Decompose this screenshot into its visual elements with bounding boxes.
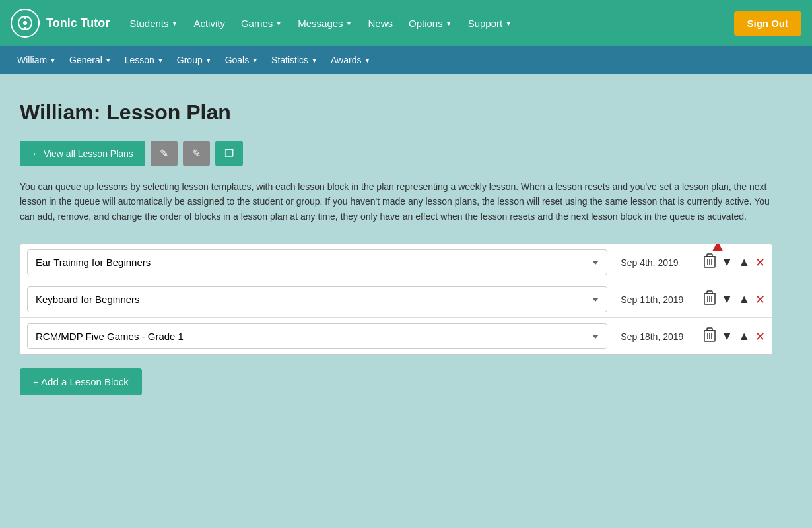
lesson-rows-container: Ear Training for Beginners Keyboard for … <box>20 244 772 355</box>
nav-students[interactable]: Students ▼ <box>123 13 184 34</box>
trash-icon-3[interactable] <box>704 327 716 345</box>
comment-icon: ✎ <box>160 147 168 160</box>
svg-rect-9 <box>707 254 712 257</box>
subnav-group[interactable]: Group ▼ <box>170 50 219 71</box>
nav-activity[interactable]: Activity <box>187 13 232 34</box>
view-all-button[interactable]: ← View all Lesson Plans <box>20 141 145 166</box>
nav-support[interactable]: Support ▼ <box>461 13 518 34</box>
lesson-arrow-icon: ▼ <box>157 57 164 64</box>
down-arrow-icon-2[interactable]: ▼ <box>721 292 733 306</box>
nav-news[interactable]: News <box>362 13 400 34</box>
lesson-date-3: Sep 18th, 2019 <box>621 331 693 342</box>
lesson-date-2: Sep 11th, 2019 <box>621 294 693 305</box>
svg-rect-21 <box>707 328 712 331</box>
up-arrow-icon-2[interactable]: ▲ <box>738 292 750 306</box>
support-arrow-icon: ▼ <box>505 20 512 27</box>
lesson-select-1[interactable]: Ear Training for Beginners Keyboard for … <box>27 249 607 275</box>
main-content: William: Lesson Plan ← View all Lesson P… <box>0 74 792 422</box>
general-arrow-icon: ▼ <box>105 57 112 64</box>
lesson-select-2[interactable]: Ear Training for Beginners Keyboard for … <box>27 286 607 312</box>
sign-out-button[interactable]: Sign Out <box>734 11 802 36</box>
subnav-awards[interactable]: Awards ▼ <box>324 50 377 71</box>
svg-point-1 <box>23 21 27 25</box>
table-row: Ear Training for Beginners Keyboard for … <box>20 318 772 354</box>
goals-arrow-icon: ▼ <box>252 57 258 64</box>
subnav-general[interactable]: General ▼ <box>63 50 118 71</box>
trash-icon-2[interactable] <box>704 290 716 308</box>
subnav-lesson[interactable]: Lesson ▼ <box>118 50 170 71</box>
nav-games[interactable]: Games ▼ <box>234 13 288 34</box>
william-arrow-icon: ▼ <box>50 57 56 64</box>
nav-options[interactable]: Options ▼ <box>402 13 459 34</box>
lesson-date-1: Sep 4th, 2019 <box>621 257 693 268</box>
logo-icon <box>11 9 40 38</box>
options-arrow-icon: ▼ <box>446 20 452 27</box>
statistics-arrow-icon: ▼ <box>311 57 318 64</box>
page-title: William: Lesson Plan <box>20 100 772 125</box>
up-arrow-icon-1[interactable]: ▲ <box>738 255 750 269</box>
remove-icon-1[interactable]: ✕ <box>755 255 765 270</box>
students-arrow-icon: ▼ <box>172 20 178 27</box>
top-navigation: Tonic Tutor Students ▼ Activity Games ▼ … <box>0 0 812 46</box>
sub-navigation: William ▼ General ▼ Lesson ▼ Group ▼ Goa… <box>0 46 812 74</box>
description-text: You can queue up lessons by selecting le… <box>20 180 772 224</box>
subnav-goals[interactable]: Goals ▼ <box>219 50 265 71</box>
row-actions-1: ▲ ▼ ▲ ✕ <box>704 253 765 271</box>
lesson-select-3[interactable]: Ear Training for Beginners Keyboard for … <box>27 323 607 349</box>
trash-icon-1[interactable] <box>704 253 716 271</box>
subnav-william[interactable]: William ▼ <box>11 50 63 71</box>
comment-button[interactable]: ✎ <box>151 141 178 166</box>
app-title: Tonic Tutor <box>46 16 110 30</box>
row-actions-3: ▼ ▲ ✕ <box>704 327 765 345</box>
add-lesson-block-button[interactable]: + Add a Lesson Block <box>20 368 142 395</box>
edit-button[interactable]: ✎ <box>183 141 210 166</box>
down-arrow-icon-3[interactable]: ▼ <box>721 329 733 343</box>
group-arrow-icon: ▼ <box>205 57 212 64</box>
table-row: Ear Training for Beginners Keyboard for … <box>20 244 772 281</box>
pencil-icon: ✎ <box>192 147 201 160</box>
up-arrow-icon-3[interactable]: ▲ <box>738 329 750 343</box>
logo-area[interactable]: Tonic Tutor <box>11 9 110 38</box>
nav-links: Students ▼ Activity Games ▼ Messages ▼ N… <box>123 13 733 34</box>
remove-icon-2[interactable]: ✕ <box>755 292 765 307</box>
copy-icon: ❐ <box>224 147 234 160</box>
games-arrow-icon: ▼ <box>275 20 282 27</box>
svg-rect-15 <box>707 291 712 294</box>
down-arrow-icon-1[interactable]: ▼ <box>721 255 733 269</box>
table-row: Ear Training for Beginners Keyboard for … <box>20 281 772 318</box>
row-actions-2: ▼ ▲ ✕ <box>704 290 765 308</box>
subnav-statistics[interactable]: Statistics ▼ <box>265 50 324 71</box>
copy-button[interactable]: ❐ <box>215 141 243 166</box>
remove-icon-3[interactable]: ✕ <box>755 329 765 344</box>
nav-messages[interactable]: Messages ▼ <box>291 13 358 34</box>
action-buttons: ← View all Lesson Plans ✎ ✎ ❐ <box>20 141 772 166</box>
messages-arrow-icon: ▼ <box>346 20 353 27</box>
awards-arrow-icon: ▼ <box>364 57 370 64</box>
